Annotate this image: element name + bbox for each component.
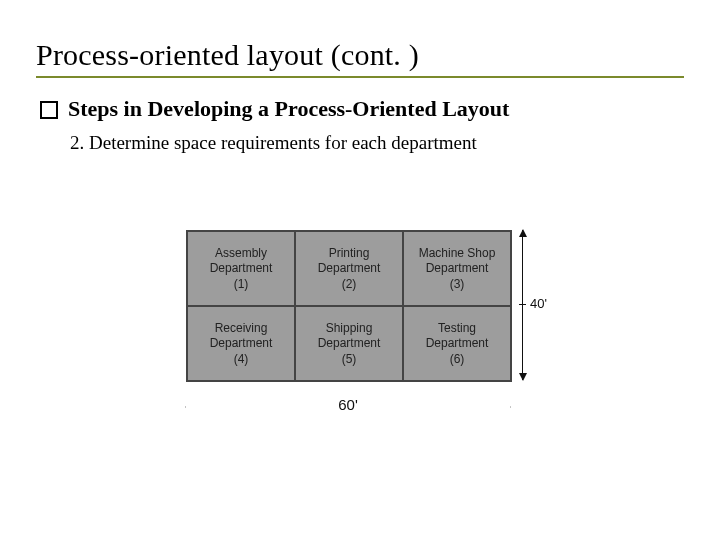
cell-name: Machine Shop [419,246,496,261]
cell-num: (3) [450,277,465,292]
title-wrap: Process-oriented layout (cont. ) [36,38,684,78]
cell-dept: Department [318,261,381,276]
bullet-row: Steps in Developing a Process-Oriented L… [40,96,684,122]
cell-shipping: Shipping Department (5) [295,306,403,381]
cell-name: Receiving [215,321,268,336]
slide: Process-oriented layout (cont. ) Steps i… [0,0,720,540]
width-label-wrap: 60' [186,396,510,413]
square-bullet-icon [40,101,58,119]
arrow-down-icon [519,373,527,381]
cell-num: (6) [450,352,465,367]
cell-name: Shipping [326,321,373,336]
cell-dept: Department [426,261,489,276]
height-label: 40' [530,296,547,311]
cell-testing: Testing Department (6) [403,306,511,381]
cell-num: (2) [342,277,357,292]
cell-name: Printing [329,246,370,261]
cell-dept: Department [210,336,273,351]
horizontal-dimension: 60' [186,392,510,420]
cell-name: Testing [438,321,476,336]
page-title: Process-oriented layout (cont. ) [36,38,684,72]
bullet-text: Steps in Developing a Process-Oriented L… [68,96,509,122]
cell-dept: Department [318,336,381,351]
arrow-up-icon [519,229,527,237]
sub-point: 2. Determine space requirements for each… [70,132,684,154]
cell-num: (1) [234,277,249,292]
cell-dept: Department [426,336,489,351]
layout-figure: Assembly Department (1) Printing Departm… [186,222,552,432]
cell-receiving: Receiving Department (4) [187,306,295,381]
cell-assembly: Assembly Department (1) [187,231,295,306]
cell-num: (4) [234,352,249,367]
cell-name: Assembly [215,246,267,261]
cell-printing: Printing Department (2) [295,231,403,306]
vertical-dimension: 40' [518,230,552,380]
department-grid: Assembly Department (1) Printing Departm… [186,230,512,382]
cell-num: (5) [342,352,357,367]
tick-icon [519,304,526,305]
cell-machine-shop: Machine Shop Department (3) [403,231,511,306]
cell-dept: Department [210,261,273,276]
width-label: 60' [328,396,368,413]
